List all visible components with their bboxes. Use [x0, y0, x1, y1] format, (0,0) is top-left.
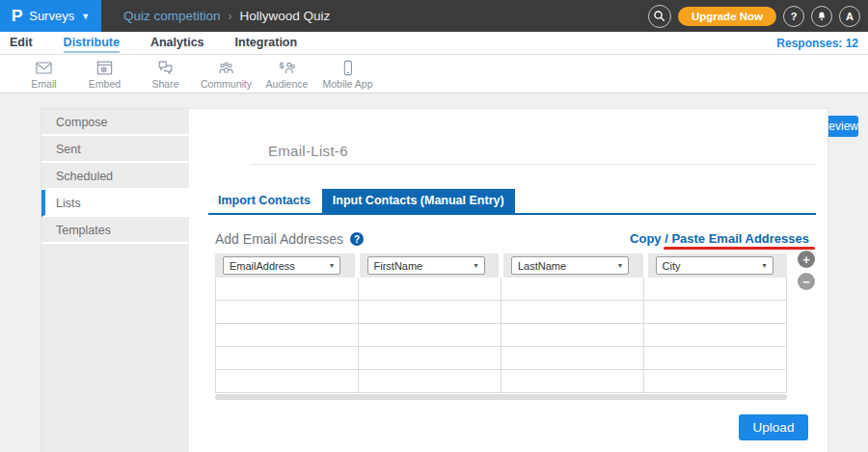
contact-cell-input[interactable]	[644, 278, 786, 300]
bell-icon	[816, 11, 827, 22]
red-annotation-underline	[664, 247, 815, 250]
upload-button[interactable]: Upload	[739, 414, 808, 440]
add-column-button[interactable]: +	[798, 251, 815, 268]
select-caret-icon: ▾	[762, 261, 766, 270]
contact-table-row	[216, 347, 786, 370]
sidebar-item-compose[interactable]: Compose	[41, 109, 189, 136]
nav-tab-distribute[interactable]: Distribute	[64, 34, 120, 53]
contact-cell-input[interactable]	[502, 278, 644, 300]
toolbar-item-share[interactable]: Share	[135, 55, 196, 90]
notifications-button[interactable]	[811, 6, 832, 27]
header-cell: City ▾	[648, 253, 788, 278]
contact-cell-input[interactable]	[216, 301, 359, 323]
contact-cell-input[interactable]	[644, 347, 786, 369]
header-cell: LastName ▾	[503, 253, 643, 278]
remove-column-button[interactable]: −	[798, 273, 815, 290]
email-icon	[34, 59, 54, 77]
select-value: FirstName	[374, 260, 423, 272]
sidebar-item-lists[interactable]: Lists	[41, 190, 189, 217]
toolbar-item-community[interactable]: Community	[196, 55, 257, 90]
sidebar-item-sent[interactable]: Sent	[41, 136, 189, 163]
audience-icon: $	[277, 59, 297, 77]
select-caret-icon: ▾	[618, 261, 622, 270]
column-select-city[interactable]: City ▾	[656, 256, 773, 275]
share-icon	[155, 59, 176, 77]
top-bar: P Surveys ▼ Quiz competition › Hollywood…	[0, 0, 868, 32]
contact-table-row	[216, 278, 786, 301]
nav-tab-integration[interactable]: Integration	[235, 34, 298, 53]
contact-cell-input[interactable]	[359, 278, 502, 300]
column-select-firstname[interactable]: FirstName ▾	[367, 256, 485, 275]
contacts-table-body	[215, 278, 787, 393]
contact-cell-input[interactable]	[502, 370, 644, 392]
email-list-title: Email-List-6	[268, 143, 348, 159]
contact-cell-input[interactable]	[216, 278, 359, 300]
avatar[interactable]: A	[839, 6, 860, 27]
distribute-toolbar: Email Embed Share Community $ Audience M…	[0, 55, 868, 93]
breadcrumb-folder[interactable]: Quiz competition	[123, 9, 221, 23]
contact-cell-input[interactable]	[359, 324, 502, 346]
toolbar-item-embed[interactable]: Embed	[74, 55, 135, 90]
contact-cell-input[interactable]	[502, 301, 644, 323]
horizontal-scrollbar[interactable]	[215, 394, 787, 400]
select-value: City	[663, 260, 681, 272]
toolbar-item-audience[interactable]: $ Audience	[257, 55, 317, 90]
toolbar-item-mobile-app[interactable]: Mobile App	[317, 55, 378, 90]
column-select-lastname[interactable]: LastName ▾	[511, 256, 629, 275]
contacts-tabs: Import Contacts Input Contacts (Manual E…	[208, 191, 816, 215]
toolbar-item-label: Share	[151, 78, 178, 90]
breadcrumb-survey-name: Hollywood Quiz	[240, 9, 331, 23]
copy-paste-email-addresses-link[interactable]: Copy / Paste Email Addresses	[630, 231, 809, 246]
contact-cell-input[interactable]	[502, 324, 644, 346]
nav-tab-analytics[interactable]: Analytics	[150, 34, 204, 53]
sidebar-item-scheduled[interactable]: Scheduled	[41, 163, 189, 190]
contact-table-row	[216, 301, 786, 324]
select-value: EmailAddress	[230, 260, 295, 272]
contact-cell-input[interactable]	[216, 347, 359, 369]
product-menu-label: Surveys	[29, 9, 74, 23]
contact-cell-input[interactable]	[644, 324, 786, 346]
help-button[interactable]: ?	[783, 6, 804, 27]
breadcrumb: Quiz competition › Hollywood Quiz	[123, 9, 330, 23]
toolbar-item-email[interactable]: Email	[14, 55, 74, 90]
select-value: LastName	[518, 260, 566, 272]
upgrade-now-button[interactable]: Upgrade Now	[678, 7, 776, 26]
column-select-emailaddress[interactable]: EmailAddress ▾	[223, 256, 340, 275]
search-button[interactable]	[648, 5, 671, 28]
tab-import-contacts[interactable]: Import Contacts	[208, 194, 322, 213]
chevron-down-icon: ▼	[81, 12, 90, 21]
sidebar-item-templates[interactable]: Templates	[41, 217, 189, 244]
select-caret-icon: ▾	[330, 261, 334, 270]
search-icon	[653, 10, 665, 22]
contact-cell-input[interactable]	[644, 370, 786, 392]
toolbar-item-label: Embed	[89, 78, 121, 90]
contact-cell-input[interactable]	[502, 347, 644, 369]
contact-table-row	[216, 324, 786, 347]
contacts-table-header: EmailAddress ▾ FirstName ▾ LastName ▾ Ci…	[215, 253, 787, 278]
questionpro-logo-icon: P	[12, 7, 23, 26]
contact-cell-input[interactable]	[216, 370, 359, 392]
survey-nav-bar: Edit Distribute Analytics Integration Re…	[0, 32, 868, 55]
contact-table-row	[216, 370, 786, 393]
contact-cell-input[interactable]	[644, 301, 786, 323]
contacts-table: EmailAddress ▾ FirstName ▾ LastName ▾ Ci…	[215, 253, 787, 400]
responses-count[interactable]: Responses: 12	[776, 37, 858, 50]
contact-cell-input[interactable]	[216, 324, 359, 346]
toolbar-item-label: Community	[201, 78, 252, 90]
help-tooltip-icon[interactable]: ?	[350, 232, 364, 246]
nav-tab-edit[interactable]: Edit	[10, 34, 33, 53]
contact-cell-input[interactable]	[359, 347, 502, 369]
toolbar-item-label: Mobile App	[323, 78, 373, 90]
section-heading-label: Add Email Addresses	[215, 231, 343, 247]
title-divider	[250, 164, 816, 165]
contact-cell-input[interactable]	[359, 301, 502, 323]
email-sidebar: Compose Sent Scheduled Lists Templates	[41, 109, 189, 452]
contact-cell-input[interactable]	[359, 370, 502, 392]
product-menu-button[interactable]: P Surveys ▼	[0, 0, 101, 32]
mobile-app-icon	[338, 59, 358, 77]
breadcrumb-separator-icon: ›	[229, 10, 232, 23]
select-caret-icon: ▾	[474, 261, 477, 270]
header-cell: EmailAddress ▾	[215, 253, 355, 278]
tab-input-contacts-manual[interactable]: Input Contacts (Manual Entry)	[322, 189, 515, 213]
email-lists-panel: Compose Sent Scheduled Lists Templates E…	[41, 108, 828, 452]
